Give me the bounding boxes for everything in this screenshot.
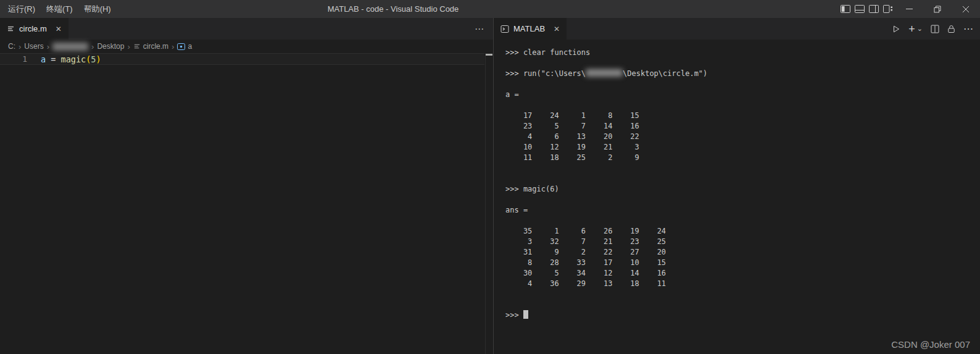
cursor-overview-mark — [486, 54, 492, 56]
lock-icon[interactable] — [947, 25, 955, 33]
terminal-line: 3 32 7 21 23 25 — [505, 237, 980, 247]
tab-label: circle.m — [19, 24, 47, 33]
terminal-line: 17 24 1 8 15 — [505, 111, 980, 121]
minimize-button[interactable] — [895, 0, 923, 18]
editor-group-left: circle.m ✕ ⋯ C: › Users › › Desktop › — [0, 18, 493, 354]
terminal-line: 11 18 25 2 9 — [505, 153, 980, 163]
terminal-line: 23 5 7 14 16 — [505, 121, 980, 132]
chevron-right-icon: › — [126, 42, 131, 51]
terminal-line — [505, 174, 980, 184]
tab-label: MATLAB — [513, 24, 545, 33]
breadcrumb-symbol-label: a — [188, 42, 192, 51]
matlab-file-icon — [133, 43, 141, 50]
window-controls — [838, 0, 980, 18]
matlab-file-icon — [7, 25, 15, 33]
breadcrumb-file[interactable]: circle.m — [133, 42, 168, 51]
terminal-line: >>> run("c:\Users\\Desktop\circle.m") — [505, 69, 980, 79]
terminal-cursor — [523, 310, 528, 319]
chevron-right-icon: › — [90, 42, 95, 51]
symbol-variable-icon — [177, 43, 185, 50]
titlebar: 运行(R) 终端(T) 帮助(H) MATLAB - code - Visual… — [0, 0, 980, 18]
workbench: circle.m ✕ ⋯ C: › Users › › Desktop › — [0, 18, 980, 354]
terminal-line — [505, 163, 980, 174]
terminal-line — [505, 300, 980, 310]
code-text: a = magic(5) — [41, 54, 101, 64]
terminal-icon — [500, 25, 509, 33]
terminal-line: 4 6 13 20 22 — [505, 132, 980, 142]
terminal-line: 31 9 2 22 27 20 — [505, 247, 980, 258]
redacted-username-blur — [52, 43, 88, 51]
menubar: 运行(R) 终端(T) 帮助(H) — [0, 0, 117, 18]
terminal-line — [505, 100, 980, 111]
terminal-line — [505, 79, 980, 90]
terminal-line — [505, 289, 980, 300]
run-file-icon[interactable] — [892, 25, 900, 33]
menu-terminal[interactable]: 终端(T) — [41, 0, 78, 18]
terminal-line: >>> magic(6) — [505, 184, 980, 195]
close-window-button[interactable] — [952, 0, 980, 18]
menu-help[interactable]: 帮助(H) — [78, 0, 117, 18]
terminal-line: >>> clear functions — [505, 48, 980, 58]
editor-more-actions-icon[interactable]: ⋯ — [475, 18, 484, 40]
breadcrumb-desktop[interactable]: Desktop — [97, 42, 124, 51]
toggle-secondary-sidebar-icon[interactable] — [866, 0, 881, 18]
breadcrumb: C: › Users › › Desktop › circle.m › — [0, 40, 493, 53]
toggle-panel-icon[interactable] — [852, 0, 866, 18]
breadcrumb-users[interactable]: Users — [24, 42, 43, 51]
tab-matlab-terminal[interactable]: MATLAB ✕ — [494, 18, 567, 40]
terminal-line: 30 5 34 12 14 16 — [505, 268, 980, 279]
terminal-line: 10 12 19 21 3 — [505, 142, 980, 153]
line-number: 1 — [0, 54, 27, 64]
terminal-line: 8 28 33 17 10 15 — [505, 258, 980, 268]
editor-scrollbar[interactable] — [485, 53, 493, 354]
editor-tabbar: circle.m ✕ ⋯ — [0, 18, 493, 40]
terminal-line: 35 1 6 26 19 24 — [505, 226, 980, 237]
more-actions-icon[interactable]: ⋯ — [963, 23, 974, 35]
chevron-right-icon: › — [17, 42, 22, 51]
chevron-down-icon[interactable]: ⌄ — [917, 25, 923, 33]
customize-layout-icon[interactable] — [881, 0, 895, 18]
code-line-1: 1 a = magic(5) — [0, 53, 493, 65]
tab-circle-m[interactable]: circle.m ✕ — [0, 18, 69, 40]
csdn-watermark: CSDN @Joker 007 — [891, 339, 970, 350]
terminal-line — [505, 216, 980, 226]
terminal-line — [505, 58, 980, 69]
restore-button[interactable] — [923, 0, 952, 18]
terminal-line: >>> — [505, 310, 980, 321]
terminal-tabbar: MATLAB ✕ + ⌄ — [494, 18, 980, 40]
terminal-output[interactable]: >>> clear functions >>> run("c:\Users\\D… — [494, 40, 980, 321]
breadcrumb-file-label: circle.m — [143, 42, 168, 51]
terminal-actions: + ⌄ ⋯ — [892, 18, 974, 40]
terminal-line — [505, 195, 980, 205]
terminal-line: 4 36 29 13 18 11 — [505, 279, 980, 289]
breadcrumb-symbol-a[interactable]: a — [177, 42, 192, 51]
terminal-line: ans = — [505, 205, 980, 216]
chevron-right-icon: › — [46, 42, 51, 51]
menu-run[interactable]: 运行(R) — [2, 0, 41, 18]
terminal-line: a = — [505, 90, 980, 100]
plus-icon: + — [908, 23, 915, 35]
toggle-primary-sidebar-icon[interactable] — [838, 0, 852, 18]
vscode-window: 运行(R) 终端(T) 帮助(H) MATLAB - code - Visual… — [0, 0, 980, 354]
chevron-right-icon: › — [170, 42, 175, 51]
tab-close-icon[interactable]: ✕ — [56, 25, 62, 33]
code-editor[interactable]: 1 a = magic(5) — [0, 53, 493, 354]
window-title: MATLAB - code - Visual Studio Code — [328, 0, 459, 18]
tab-close-icon[interactable]: ✕ — [554, 25, 560, 33]
terminal-editor-group: MATLAB ✕ + ⌄ — [494, 18, 980, 354]
split-editor-icon[interactable] — [931, 25, 939, 33]
breadcrumb-drive[interactable]: C: — [8, 42, 15, 51]
new-terminal-button[interactable]: + ⌄ — [908, 23, 923, 35]
redacted-username-blur — [586, 69, 623, 77]
